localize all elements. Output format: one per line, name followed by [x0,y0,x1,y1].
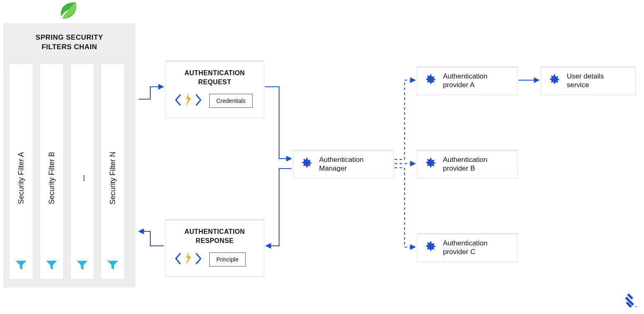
security-filter-b: Security Filter B [40,63,64,279]
filter-label: Security Filter B [47,152,56,204]
svg-point-0 [636,306,637,307]
diagram-canvas: SPRING SECURITY FILTERS CHAIN Security F… [0,0,644,314]
funnel-icon [76,259,88,273]
spring-leaf-icon [57,1,80,22]
funnel-icon [107,259,119,273]
gear-icon [547,73,561,89]
security-filter-n: Security Filter N [101,63,125,279]
code-brackets-icon [175,251,202,268]
filters-chain-title-l1: SPRING SECURITY [36,33,103,41]
gear-icon [299,156,313,172]
user-details-service-box: User details service [541,66,636,95]
security-filter-ellipsis: ... [70,63,94,279]
auth-provider-a-box: Authentication provider A [417,66,518,95]
authentication-response-box: AUTHENTICATION RESPONSE Principle [165,219,264,277]
gear-icon [423,156,437,172]
toptal-logo-icon [623,293,637,311]
auth-request-payload: Credentials [166,86,264,118]
provider-label: Authentication provider C [443,239,488,257]
security-filter-a: Security Filter A [9,63,33,279]
provider-label: Authentication provider A [443,72,488,90]
auth-request-title: AUTHENTICATION REQUEST [166,62,264,86]
gear-icon [423,73,437,89]
auth-manager-label: Authentication Manager [319,155,364,173]
filters-chain-title: SPRING SECURITY FILTERS CHAIN [3,23,135,52]
code-brackets-icon [175,92,202,109]
authentication-manager-box: Authentication Manager [293,150,394,178]
auth-response-title: AUTHENTICATION RESPONSE [166,221,264,245]
gear-icon [423,240,437,256]
filter-label: ... [78,175,87,181]
provider-label: Authentication provider B [443,155,488,173]
principle-chip: Principle [209,252,246,266]
auth-request-title-l2: REQUEST [198,78,231,86]
auth-response-title-l2: RESPONSE [196,237,234,244]
auth-request-title-l1: AUTHENTICATION [185,69,245,76]
credentials-chip: Credentials [209,94,253,108]
filters-chain-title-l2: FILTERS CHAIN [42,43,97,51]
funnel-icon [45,259,58,273]
filters-chain-panel: SPRING SECURITY FILTERS CHAIN Security F… [3,23,135,288]
authentication-request-box: AUTHENTICATION REQUEST Credentials [165,60,264,118]
filter-label: Security Filter A [17,152,26,204]
auth-response-payload: Principle [166,245,264,276]
funnel-icon [15,259,27,273]
filter-label: Security Filter N [109,152,117,205]
auth-provider-b-box: Authentication provider B [417,150,518,178]
user-details-label: User details service [567,72,604,90]
auth-response-title-l1: AUTHENTICATION [185,228,245,235]
auth-provider-c-box: Authentication provider C [417,233,518,262]
